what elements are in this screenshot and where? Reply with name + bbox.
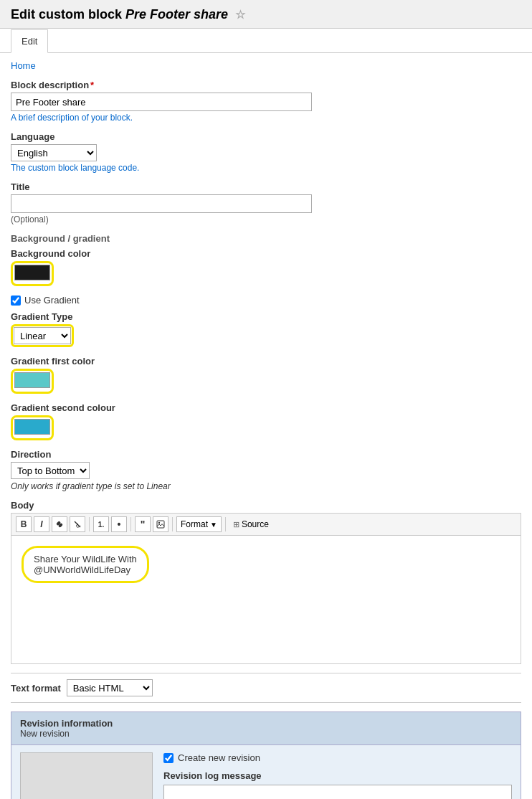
language-select[interactable]: English French German	[11, 144, 97, 161]
toolbar-sep-1	[89, 517, 90, 531]
background-section-title: Background / gradient	[11, 233, 521, 244]
body-section: Body B I 1. • " Format ▼	[11, 500, 521, 664]
revision-header-subtitle: New revision	[20, 729, 512, 739]
toolbar-source-btn[interactable]: ⊞ Source	[229, 516, 272, 532]
page-title-prefix: Edit custom block	[11, 7, 122, 22]
toolbar-link-btn[interactable]	[52, 516, 67, 532]
bg-color-label: Background color	[11, 248, 521, 259]
gradient-second-label: Gradient second colour	[11, 402, 521, 413]
svg-rect-1	[157, 521, 164, 528]
toolbar-unordered-list-btn[interactable]: •	[111, 516, 127, 532]
editor-toolbar: B I 1. • " Format ▼ ⊞ Sour	[11, 513, 521, 535]
toolbar-italic-btn[interactable]: I	[34, 516, 49, 532]
revision-right: Create new revision Revision log message…	[163, 752, 512, 799]
revision-log-textarea[interactable]	[163, 785, 512, 799]
revision-body: Create new revision Revision log message…	[11, 745, 521, 799]
gradient-first-swatch[interactable]	[14, 372, 50, 388]
editor-text: Share Your WildLife With@UNWorldWildLife…	[34, 554, 137, 575]
title-hint: (Optional)	[11, 214, 521, 224]
tab-bar: Edit	[0, 29, 532, 53]
title-group: Title (Optional)	[11, 181, 521, 224]
text-format-row: Text format Basic HTML Full HTML Plain t…	[11, 673, 521, 703]
direction-note: Only works if gradient type is set to Li…	[11, 481, 521, 491]
revision-log-label: Revision log message	[163, 770, 512, 781]
language-hint: The custom block language code.	[11, 163, 521, 173]
text-format-label: Text format	[11, 683, 61, 694]
editor-area[interactable]: Share Your WildLife With@UNWorldWildLife…	[11, 535, 521, 664]
toolbar-bold-btn[interactable]: B	[16, 516, 32, 532]
background-section: Background / gradient Background color U…	[11, 233, 521, 491]
tab-edit[interactable]: Edit	[11, 29, 48, 53]
required-star: *	[90, 80, 94, 90]
title-label: Title	[11, 181, 521, 192]
gradient-type-label: Gradient Type	[11, 311, 521, 322]
gradient-second-swatch[interactable]	[14, 419, 50, 435]
page-title-italic: Pre Footer share	[125, 7, 228, 22]
gradient-first-label: Gradient first color	[11, 356, 521, 367]
use-gradient-checkbox[interactable]	[11, 296, 21, 306]
toolbar-sep-2	[130, 517, 131, 531]
block-description-group: Block description* A brief description o…	[11, 80, 521, 123]
body-label: Body	[11, 500, 521, 511]
direction-group: Direction Top to Bottom Left to Right Di…	[11, 449, 521, 491]
direction-label: Direction	[11, 449, 521, 460]
revision-section: Revision information New revision Create…	[11, 711, 521, 799]
toolbar-ordered-list-btn[interactable]: 1.	[93, 516, 109, 532]
editor-content: Share Your WildLife With@UNWorldWildLife…	[19, 543, 513, 586]
direction-select[interactable]: Top to Bottom Left to Right Diagonal	[11, 462, 90, 479]
star-icon[interactable]: ☆	[235, 9, 245, 21]
block-description-label: Block description*	[11, 80, 521, 90]
toolbar-sep-4	[225, 517, 226, 531]
revision-header-title: Revision information	[20, 718, 512, 729]
language-label: Language	[11, 131, 521, 142]
block-description-input[interactable]	[11, 93, 312, 111]
svg-point-2	[158, 522, 160, 524]
gradient-type-group: Gradient Type Linear Radial	[11, 311, 521, 347]
create-revision-checkbox[interactable]	[163, 753, 174, 763]
toolbar-format-btn[interactable]: Format ▼	[176, 516, 222, 532]
block-description-hint: A brief description of your block.	[11, 113, 521, 123]
language-group: Language English French German The custo…	[11, 131, 521, 173]
toolbar-unlink-btn[interactable]	[70, 516, 85, 532]
use-gradient-row: Use Gradient	[11, 295, 521, 306]
revision-thumbnail	[20, 752, 153, 799]
use-gradient-label: Use Gradient	[24, 295, 80, 306]
toolbar-sep-3	[172, 517, 173, 531]
page-header: Edit custom block Pre Footer share ☆	[0, 0, 532, 29]
gradient-type-select[interactable]: Linear Radial	[14, 327, 71, 344]
breadcrumb[interactable]: Home	[11, 60, 521, 71]
title-input[interactable]	[11, 194, 312, 213]
bg-color-group: Background color	[11, 248, 521, 286]
gradient-second-group: Gradient second colour	[11, 402, 521, 440]
create-revision-row: Create new revision	[163, 752, 512, 763]
bg-color-swatch[interactable]	[14, 265, 50, 280]
gradient-first-group: Gradient first color	[11, 356, 521, 394]
toolbar-image-btn[interactable]	[153, 516, 168, 532]
create-revision-label: Create new revision	[178, 752, 260, 763]
revision-left	[20, 752, 153, 799]
toolbar-blockquote-btn[interactable]: "	[135, 516, 151, 532]
revision-header: Revision information New revision	[11, 712, 521, 745]
text-format-select[interactable]: Basic HTML Full HTML Plain text	[67, 679, 153, 696]
